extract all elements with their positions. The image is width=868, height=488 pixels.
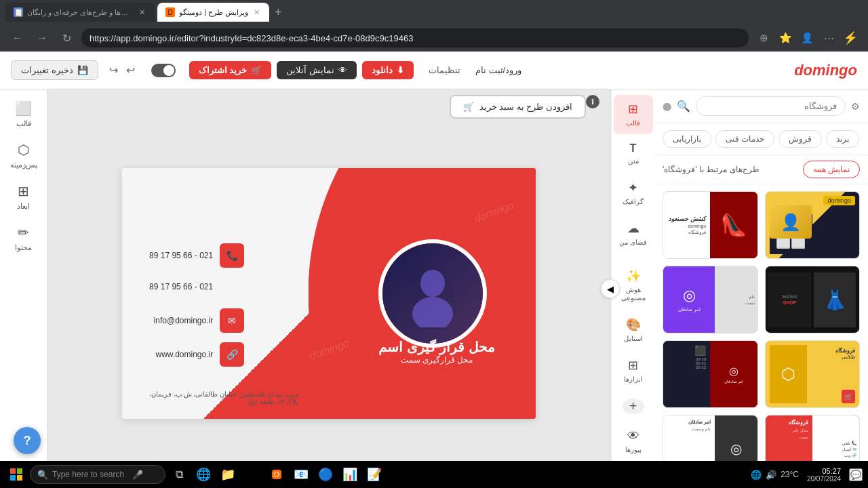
- help-button[interactable]: ?: [14, 427, 41, 454]
- subscribe-button[interactable]: 🛒 خرید اشتراک: [189, 61, 272, 79]
- tag-marketing[interactable]: بازاریابی: [663, 130, 711, 148]
- taskbar-search[interactable]: 🔍 Type here to search 🎤: [30, 465, 165, 484]
- card-name-block: محل قرار گیری اسم محل قرارگیری سمت: [378, 339, 495, 365]
- template-card-1[interactable]: domingo ⬜⬜⬜⬜ 👤 🛒: [765, 191, 861, 259]
- chrome-icon: 🔵: [318, 467, 333, 482]
- contact-website: 🔗 www.domingo.ir: [149, 342, 244, 367]
- sidebar-tool-style[interactable]: 🎨 استایل: [614, 310, 653, 350]
- sidebar-tool-preview[interactable]: 👁 پیورها: [614, 422, 653, 461]
- canvas-wrapper: domingo domingo domingo domingo domingo …: [47, 124, 610, 463]
- svg-rect-5: [17, 475, 22, 481]
- favorites-button[interactable]: ⭐: [776, 28, 795, 47]
- refresh-button[interactable]: ↻: [57, 28, 76, 47]
- tag-sale-label: فروش: [789, 134, 812, 144]
- add-to-cart-button[interactable]: 🛒 افزودن طرح به سبد خرید: [450, 95, 586, 119]
- back-button[interactable]: ←: [8, 28, 27, 47]
- template-search-input[interactable]: [696, 96, 846, 116]
- taskview-button[interactable]: ⧉: [168, 464, 190, 485]
- contact-email: ✉ info@domingo.ir: [149, 308, 244, 333]
- taskbar-edge[interactable]: 🌐: [193, 464, 214, 485]
- show-all-button[interactable]: نمایش همه: [803, 161, 860, 178]
- filter-button[interactable]: ⚙: [851, 101, 860, 112]
- word-icon: 📝: [367, 467, 382, 482]
- sidebar-ai-icon: ✨: [626, 268, 641, 283]
- network-icon[interactable]: 🌐: [751, 470, 762, 480]
- add-element-button[interactable]: +: [623, 399, 644, 414]
- settings-button[interactable]: تنظیمات: [419, 61, 470, 79]
- tag-tech-label: خدمات فنی: [726, 134, 764, 144]
- online-preview-button[interactable]: 👁 نمایش آنلاین: [277, 61, 357, 79]
- tool-background[interactable]: ⬡ پس‌زمینه: [3, 136, 45, 175]
- sidebar-tool-graphic[interactable]: ✦ گرافیک: [614, 174, 653, 213]
- template-1-cart-icon: 🛒: [806, 243, 819, 256]
- taskbar-excel[interactable]: 📊: [339, 464, 361, 485]
- collapse-panel-button[interactable]: ◀: [601, 279, 620, 298]
- tab-2[interactable]: D ویرایش طرح | دومینگو ✕: [157, 3, 269, 22]
- tool-dimensions[interactable]: ⊞ ابعاد: [3, 178, 45, 216]
- template-card-2[interactable]: کشش حسنعود domingо فروشگاه 👠 🛒: [663, 191, 758, 259]
- save-button[interactable]: 💾 ذخیره تغییرات: [11, 60, 98, 80]
- template-card-5[interactable]: ⬡ فروشگاه طلایی 🛒: [765, 340, 861, 408]
- clock-display[interactable]: 05:27 20/07/2024: [807, 467, 841, 483]
- more-button[interactable]: ⋯: [819, 28, 838, 47]
- forward-button[interactable]: →: [33, 28, 52, 47]
- sidebar-ai-label: هوش مصنوعی: [616, 286, 650, 302]
- edge-button[interactable]: ⚡: [841, 28, 860, 47]
- sidebar-style-icon: 🎨: [626, 317, 641, 332]
- template-card-4[interactable]: ◎ امر صادقان نام سمت 🛒: [663, 266, 758, 333]
- sidebar-space-label: فضای من: [619, 239, 647, 247]
- tool-template[interactable]: ⬜ قالب: [3, 95, 45, 134]
- taskview-icon: ⧉: [176, 468, 183, 481]
- tab-2-close[interactable]: ✕: [252, 7, 261, 18]
- panel-filter-bar: نمایش همه طرح‌های مرتبط با 'فروشگاه': [654, 155, 868, 184]
- address-bar[interactable]: [81, 28, 749, 47]
- logo: domingo: [794, 62, 857, 79]
- undo-redo-group: ↩ ↪: [106, 61, 138, 79]
- canvas-area: 🛒 افزودن طرح به سبد خرید ℹ domingo domin…: [47, 89, 610, 488]
- sidebar-tool-tools[interactable]: ⊞ ابزارها: [614, 351, 653, 390]
- panel-tags: برند فروش خدمات فنی بازاریابی: [654, 123, 868, 155]
- taskbar-chrome[interactable]: 🔵: [315, 464, 336, 485]
- tag-brand[interactable]: برند: [826, 130, 859, 148]
- search-button[interactable]: 🔍: [677, 100, 690, 113]
- taskbar-explorer[interactable]: 📁: [217, 464, 239, 485]
- background-label: پس‌زمینه: [10, 161, 37, 169]
- info-badge[interactable]: ℹ: [586, 95, 599, 108]
- tab-1-close[interactable]: ✕: [138, 7, 146, 18]
- profile-button[interactable]: 👤: [797, 28, 816, 47]
- sidebar-style-label: استایل: [624, 335, 643, 343]
- sidebar-tool-template[interactable]: ⊞ قالب: [614, 95, 653, 134]
- template-card-3[interactable]: 👗 fashion SHOP 🛒: [765, 266, 861, 333]
- tag-sale[interactable]: فروش: [778, 130, 822, 148]
- theme-toggle[interactable]: [151, 64, 176, 77]
- tab-bar: 📋 قالب‌ها و طرح‌های حرفه‌ای و رایگان ✕ D…: [0, 0, 868, 24]
- wm-1: domingo: [142, 186, 185, 212]
- start-button[interactable]: [5, 464, 27, 485]
- template-3-cart-icon: 🛒: [806, 317, 819, 330]
- dimensions-label: ابعاد: [17, 202, 30, 211]
- tool-content[interactable]: ✏ محتوا: [3, 219, 45, 258]
- taskbar-word[interactable]: 📝: [363, 464, 385, 485]
- redo-button[interactable]: ↪: [106, 61, 121, 79]
- cart-add-icon: 🛒: [463, 102, 474, 112]
- template-card-6[interactable]: ⬛ 20-2020-2120-22 ◎ امر صادقان 🛒: [663, 340, 758, 408]
- auth-label[interactable]: ورود/ثبت نام: [475, 65, 521, 75]
- taskbar-domingo[interactable]: D: [266, 464, 288, 485]
- taskbar-store[interactable]: 🛍: [241, 464, 263, 485]
- undo-button[interactable]: ↩: [123, 61, 138, 79]
- tag-tech[interactable]: خدمات فنی: [715, 130, 774, 148]
- card-name-main: محل قرار گیری اسم: [378, 339, 495, 355]
- extensions-button[interactable]: ⊕: [754, 28, 773, 47]
- sidebar-tool-space[interactable]: ☁ فضای من: [614, 214, 653, 253]
- sidebar-template-label: قالب: [626, 119, 640, 127]
- sidebar-tool-text[interactable]: T متن: [614, 136, 653, 172]
- save-icon: 💾: [77, 65, 88, 75]
- download-button[interactable]: ⬇ دانلود: [362, 61, 414, 79]
- volume-icon[interactable]: 🔊: [766, 470, 776, 480]
- canvas-design: domingo domingo domingo domingo domingo …: [122, 168, 536, 419]
- templates-grid: domingo ⬜⬜⬜⬜ 👤 🛒: [654, 184, 868, 488]
- new-tab-button[interactable]: +: [275, 5, 282, 20]
- notification-button[interactable]: 💬: [849, 468, 863, 481]
- tab-1[interactable]: 📋 قالب‌ها و طرح‌های حرفه‌ای و رایگان ✕: [5, 3, 155, 22]
- taskbar-mail[interactable]: 📧: [290, 464, 312, 485]
